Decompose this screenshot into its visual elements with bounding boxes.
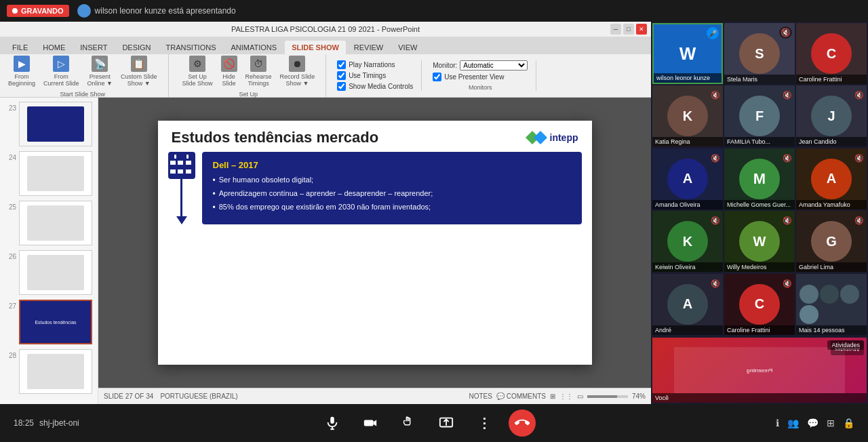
- record-slideshow-button[interactable]: ⏺ Record SlideShow ▼: [277, 54, 318, 88]
- activities-icon-button[interactable]: ⊞: [827, 418, 835, 428]
- use-timings-row: Use Timings: [337, 71, 413, 80]
- view-normal-icon[interactable]: ⊞: [550, 393, 555, 400]
- present-online-button[interactable]: 📡 PresentOnline ▼: [85, 54, 115, 88]
- from-beginning-button[interactable]: ▶ FromBeginning: [5, 54, 38, 88]
- end-call-icon: [515, 416, 530, 430]
- mute-icon-familia: 🔇: [783, 88, 792, 100]
- main-slide: Estudos tendências mercado intepp: [158, 121, 592, 365]
- mute-icon-gabriel: 🔇: [854, 214, 864, 226]
- monitor-label: Monitor:: [433, 62, 457, 69]
- activities-button[interactable]: Atividades: [827, 340, 864, 350]
- participant-tile-katia[interactable]: K 🔇 Katia Regina: [652, 85, 723, 146]
- ppt-area: PALESTRA LIGA PSICOLOGIA 21 09 2021 - Po…: [0, 22, 651, 404]
- use-timings-checkbox[interactable]: [337, 71, 346, 80]
- notes-button[interactable]: NOTES: [469, 393, 492, 400]
- ribbon-tabs: FILE HOME INSERT DESIGN TRANSITIONS ANIM…: [0, 37, 651, 54]
- tab-design[interactable]: DESIGN: [115, 41, 157, 54]
- participant-tile-andre[interactable]: A 🔇 André: [652, 274, 723, 335]
- bullet-text-3: 85% dos emprego que existirão em 2030 nã…: [219, 203, 431, 211]
- tab-transitions[interactable]: TRANSITIONS: [159, 41, 223, 54]
- participant-name-wilson: wilson leonor kunze: [654, 73, 722, 83]
- svg-rect-2: [331, 417, 335, 424]
- tab-review[interactable]: REVIEW: [347, 41, 390, 54]
- more-options-button[interactable]: ⋮: [471, 409, 498, 437]
- tab-file[interactable]: FILE: [5, 41, 35, 54]
- self-view-content: Presenting: [674, 347, 846, 393]
- ppt-title: PALESTRA LIGA PSICOLOGIA 21 09 2021 - Po…: [231, 25, 420, 33]
- participant-name-willy: Willy Medeiros: [724, 262, 795, 272]
- record-icon: ⏺: [289, 56, 305, 72]
- status-right: NOTES 💬 COMMENTS ⊞ ⋮⋮ ▭ 74%: [469, 393, 646, 400]
- view-reader-icon[interactable]: ▭: [577, 393, 583, 400]
- security-button[interactable]: 🔒: [843, 418, 854, 428]
- hide-slide-button[interactable]: 🚫 HideSlide: [218, 54, 240, 88]
- use-timings-label: Use Timings: [349, 72, 386, 79]
- slide-thumb-24[interactable]: 24: [3, 150, 95, 197]
- minimize-button[interactable]: ─: [610, 24, 621, 35]
- participant-tile-michelle[interactable]: M 🔇 Michelle Gomes Guer...: [724, 148, 795, 209]
- participant-tile-jean[interactable]: J 🔇 Jean Candido: [796, 85, 867, 146]
- slide-header: Estudos tendências mercado intepp: [158, 121, 592, 152]
- self-view-tile[interactable]: Atividades Presenting Você Atividades: [652, 338, 867, 403]
- chat-button[interactable]: 💬: [807, 418, 818, 428]
- from-beginning-icon: ▶: [14, 56, 30, 72]
- from-current-slide-button[interactable]: ▷ FromCurrent Slide: [41, 54, 82, 88]
- slide-num-25: 25: [4, 203, 16, 211]
- monitor-select[interactable]: Automatic Primary Monitor: [460, 60, 528, 71]
- slide-thumb-23[interactable]: 23: [3, 100, 95, 148]
- tab-animations[interactable]: ANIMATIONS: [224, 41, 284, 54]
- people-button[interactable]: 👥: [787, 418, 799, 428]
- participant-tile-caroline1[interactable]: C Caroline Frattini: [796, 23, 867, 84]
- zoom-slider[interactable]: [587, 395, 628, 398]
- participant-tile-keiwin[interactable]: K 🔇 Keiwin Oliveira: [652, 211, 723, 272]
- show-media-checkbox[interactable]: [337, 82, 346, 91]
- from-current-label: FromCurrent Slide: [43, 73, 79, 87]
- participant-tile-caroline2[interactable]: C 🔇 Caroline Frattini: [724, 274, 795, 335]
- custom-slide-button[interactable]: 📋 Custom SlideShow ▼: [118, 54, 160, 88]
- hand-button[interactable]: [395, 409, 422, 437]
- tab-home[interactable]: HOME: [36, 41, 72, 54]
- tab-slideshow[interactable]: SLIDE SHOW: [285, 41, 346, 54]
- info-button[interactable]: ℹ: [776, 418, 779, 428]
- slide-thumb-25[interactable]: 25: [3, 199, 95, 247]
- comments-button[interactable]: 💬 COMMENTS: [496, 393, 546, 400]
- participant-tile-gabriel[interactable]: G 🔇 Gabriel Lima: [796, 211, 867, 272]
- presenter-view-checkbox[interactable]: [433, 73, 441, 81]
- setup-slideshow-button[interactable]: ⚙ Set UpSlide Show: [180, 54, 216, 88]
- participant-name-amanda1: Amanda Oliveira: [652, 200, 723, 209]
- vertical-line: [180, 179, 182, 216]
- participant-tile-wilson[interactable]: W 🎤 wilson leonor kunze: [652, 23, 723, 84]
- slide-preview-23: [19, 102, 92, 146]
- slide-thumb-26[interactable]: 26: [3, 249, 95, 296]
- close-button[interactable]: ✕: [636, 24, 647, 35]
- participant-tile-amanda2[interactable]: A 🔇 Amanda Yamafuko: [796, 148, 867, 209]
- share-button[interactable]: [433, 409, 460, 437]
- tab-insert[interactable]: INSERT: [73, 41, 114, 54]
- hide-icon: 🚫: [221, 56, 237, 72]
- custom-slide-label: Custom SlideShow ▼: [121, 73, 157, 87]
- participant-tile-amanda1[interactable]: A 🔇 Amanda Oliveira: [652, 148, 723, 209]
- participant-tile-willy[interactable]: W 🔇 Willy Medeiros: [724, 211, 795, 272]
- participant-tile-stela[interactable]: S 🔇 Stela Maris: [724, 23, 795, 84]
- maximize-button[interactable]: □: [623, 24, 634, 35]
- tab-view[interactable]: VIEW: [391, 41, 424, 54]
- play-narrations-checkbox[interactable]: [337, 60, 346, 69]
- participant-tile-familia[interactable]: F 🔇 FAMILIA Tubo...: [724, 85, 795, 146]
- rehearse-label: RehearseTimings: [245, 73, 272, 87]
- control-left: 18:25 shj-jbet-oni: [14, 418, 79, 428]
- speaking-indicator: 🎤: [707, 27, 719, 39]
- mic-button[interactable]: [319, 409, 346, 437]
- start-group-label: Start Slide Show: [60, 91, 106, 98]
- participant-tile-more[interactable]: Mais 14 pessoas: [796, 274, 867, 335]
- view-grid-icon[interactable]: ⋮⋮: [559, 393, 573, 400]
- control-bar: 18:25 shj-jbet-oni: [0, 404, 868, 442]
- top-bar: GRAVANDO wilson leonor kunze está aprese…: [0, 0, 868, 22]
- mute-icon-amanda1: 🔇: [711, 151, 720, 163]
- share-icon: [439, 416, 454, 430]
- end-call-button[interactable]: [509, 409, 536, 437]
- meeting-id: shj-jbet-oni: [39, 418, 79, 428]
- camera-button[interactable]: [357, 409, 384, 437]
- rehearse-timings-button[interactable]: ⏱ RehearseTimings: [243, 54, 275, 88]
- slide-thumb-27[interactable]: 27 Estudos tendências: [3, 298, 95, 346]
- slide-thumb-28[interactable]: 28: [3, 348, 95, 395]
